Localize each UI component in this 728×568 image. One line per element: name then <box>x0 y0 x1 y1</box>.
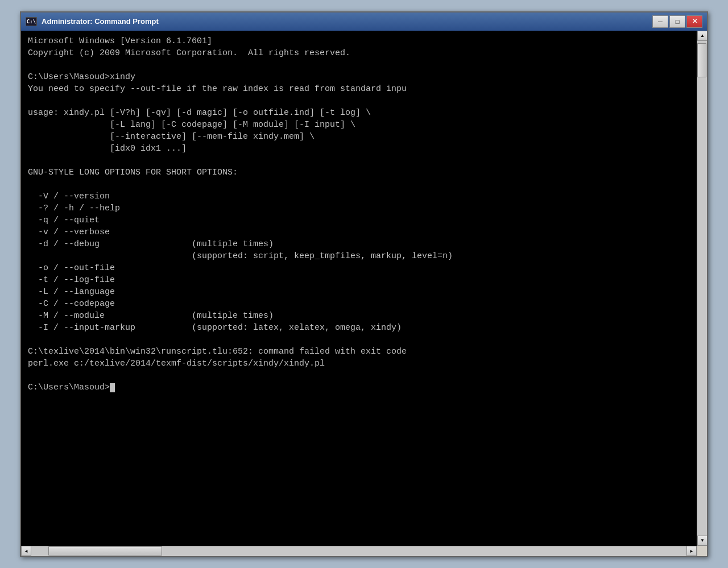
close-button[interactable]: ✕ <box>686 15 702 28</box>
cmd-window: C:\ Administrator: Command Prompt ─ □ ✕ … <box>20 11 708 557</box>
scroll-up-button[interactable]: ▲ <box>697 31 707 41</box>
corner-box <box>697 546 707 556</box>
window-controls: ─ □ ✕ <box>652 15 702 28</box>
scroll-track[interactable] <box>697 41 707 536</box>
window-icon: C:\ <box>26 17 37 26</box>
h-scroll-thumb[interactable] <box>48 546 162 555</box>
scroll-right-button[interactable]: ► <box>686 546 697 556</box>
scroll-down-button[interactable]: ▼ <box>697 536 707 546</box>
vertical-scrollbar[interactable]: ▲ ▼ <box>697 31 707 546</box>
window-title: Administrator: Command Prompt <box>42 17 652 26</box>
h-scroll-track[interactable] <box>31 546 686 556</box>
scroll-left-button[interactable]: ◄ <box>21 546 31 556</box>
maximize-button[interactable]: □ <box>669 15 685 28</box>
terminal-output[interactable]: Microsoft Windows [Version 6.1.7601] Cop… <box>21 31 697 546</box>
window-body: Microsoft Windows [Version 6.1.7601] Cop… <box>21 31 707 546</box>
scroll-thumb[interactable] <box>697 43 706 77</box>
icon-label: C:\ <box>27 19 36 24</box>
minimize-button[interactable]: ─ <box>652 15 668 28</box>
bottom-bar: ◄ ► <box>21 546 707 556</box>
title-bar: C:\ Administrator: Command Prompt ─ □ ✕ <box>21 13 707 31</box>
